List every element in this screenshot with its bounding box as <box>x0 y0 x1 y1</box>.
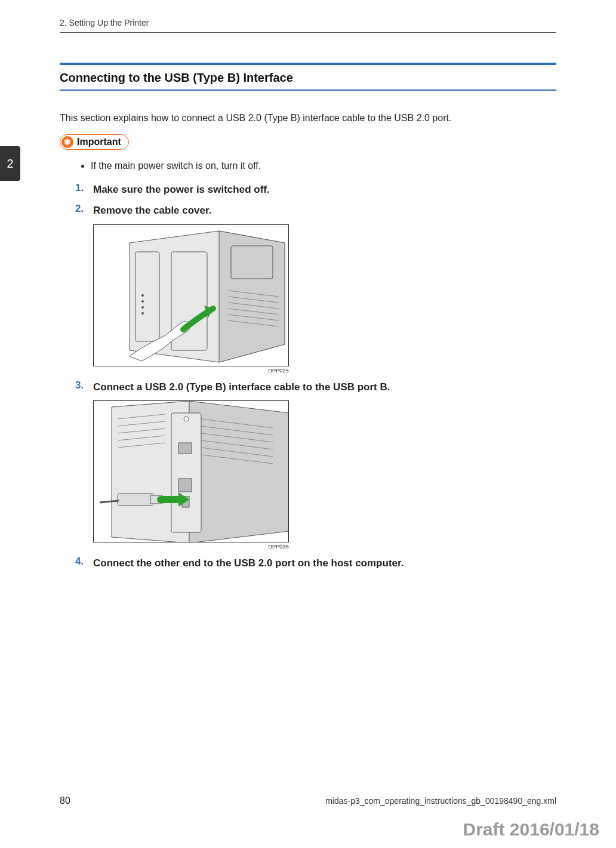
step-text: Make sure the power is switched off. <box>93 184 270 195</box>
printer-remove-cover-illustration <box>94 225 289 366</box>
step-number: 4. <box>75 556 84 568</box>
figure-1: DPP025 <box>93 224 556 374</box>
running-head: 2. Setting Up the Printer <box>60 18 556 33</box>
step-text: Connect a USB 2.0 (Type B) interface cab… <box>93 381 390 393</box>
intro-paragraph: This section explains how to connect a U… <box>60 112 556 125</box>
svg-rect-32 <box>178 479 192 492</box>
important-list: If the main power switch is on, turn it … <box>60 158 556 174</box>
svg-point-10 <box>141 294 144 297</box>
source-filename: midas-p3_com_operating_instructions_gb_0… <box>325 796 556 806</box>
page-number: 80 <box>60 795 70 806</box>
page-footer: 80 midas-p3_com_operating_instructions_g… <box>60 795 556 806</box>
printer-connect-usb-illustration <box>94 401 289 542</box>
step-text: Remove the cable cover. <box>93 205 211 216</box>
important-item: If the main power switch is on, turn it … <box>91 158 556 174</box>
svg-marker-17 <box>189 401 289 542</box>
svg-rect-31 <box>178 443 192 454</box>
svg-point-13 <box>141 312 144 314</box>
step-4: 4. Connect the other end to the USB 2.0 … <box>75 556 556 571</box>
step-number: 1. <box>75 182 84 194</box>
important-star-icon: ✱ <box>61 136 73 148</box>
section-title-rule: Connecting to the USB (Type B) Interface <box>60 63 556 91</box>
svg-point-11 <box>141 300 144 303</box>
svg-rect-2 <box>231 246 273 279</box>
important-label: Important <box>77 137 121 147</box>
figure-1-box <box>93 224 289 366</box>
step-number: 2. <box>75 203 84 215</box>
svg-rect-9 <box>135 252 159 341</box>
svg-rect-34 <box>118 494 153 505</box>
svg-rect-29 <box>171 413 201 532</box>
step-number: 3. <box>75 380 84 391</box>
step-text: Connect the other end to the USB 2.0 por… <box>93 557 404 569</box>
svg-point-12 <box>141 306 144 309</box>
figure-2: DPP038 <box>93 400 556 550</box>
step-3: 3. Connect a USB 2.0 (Type B) interface … <box>75 380 556 550</box>
figure-2-caption: DPP038 <box>93 544 289 550</box>
steps-list: 1. Make sure the power is switched off. … <box>60 182 556 571</box>
step-1: 1. Make sure the power is switched off. <box>75 182 556 198</box>
draft-stamp: Draft 2016/01/18 <box>463 819 600 840</box>
step-2: 2. Remove the cable cover. <box>75 203 556 374</box>
figure-2-box <box>93 400 289 542</box>
important-badge: ✱ Important <box>60 134 129 150</box>
svg-point-30 <box>184 417 189 421</box>
figure-1-caption: DPP025 <box>93 368 289 374</box>
section-title: Connecting to the USB (Type B) Interface <box>60 71 556 85</box>
page-content: 2. Setting Up the Printer Connecting to … <box>0 0 616 848</box>
